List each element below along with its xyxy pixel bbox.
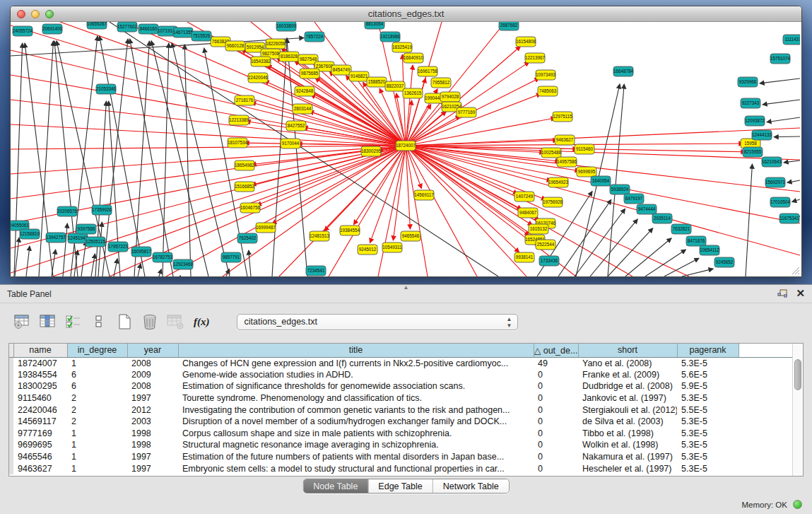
table-cell[interactable]: Estimation of significance thresholds fo… xyxy=(178,380,534,392)
table-row[interactable]: 1830029562008Estimation of significance … xyxy=(9,380,792,392)
table-cell[interactable]: 0 xyxy=(534,428,578,440)
table-cell[interactable]: Stergiakouli et al. (2012) xyxy=(578,404,677,416)
graph-node[interactable]: 10549311 xyxy=(382,243,402,252)
table-cell[interactable]: 1 xyxy=(67,357,127,369)
table-row[interactable]: 969969511998Structural magnetic resonanc… xyxy=(9,439,792,451)
table-cell[interactable]: Hescheler et al. (1997) xyxy=(578,462,677,474)
graph-node[interactable]: 9875685 xyxy=(300,69,319,78)
graph-node[interactable]: 14957586 xyxy=(557,157,577,167)
graph-node[interactable]: 19384554 xyxy=(340,226,360,235)
graph-node[interactable]: 19756928 xyxy=(543,197,563,207)
table-row[interactable]: 911546021997Tourette syndrome. Phenomeno… xyxy=(9,392,792,404)
table-scrollbar[interactable] xyxy=(792,344,803,476)
graph-node[interactable]: 15166852 xyxy=(235,182,255,192)
graph-node[interactable]: 7234541 xyxy=(306,266,326,276)
graph-node[interactable]: 10654112 xyxy=(700,245,719,255)
graph-node[interactable]: 9397588 xyxy=(76,224,96,234)
graph-node[interactable]: 16640910 xyxy=(404,53,424,63)
table-cell[interactable]: 1 xyxy=(67,462,127,474)
graph-node[interactable]: 1733436 xyxy=(539,256,559,266)
table-cell[interactable]: 0 xyxy=(534,451,578,463)
table-source-select[interactable]: citations_edges.txt ▲▼ xyxy=(237,314,518,330)
table-cell[interactable]: 2003 xyxy=(127,416,178,428)
column-header-out_de[interactable]: △ out_de... xyxy=(534,344,578,357)
panel-grip-icon[interactable]: ▲ xyxy=(404,284,409,291)
table-cell[interactable]: 2 xyxy=(67,416,127,428)
graph-node[interactable]: 16046756 xyxy=(240,203,261,213)
graph-node[interactable]: 1640954 xyxy=(591,176,611,186)
table-cell[interactable]: 5.3E-5 xyxy=(677,416,739,428)
table-cell[interactable]: 5.3E-5 xyxy=(677,392,739,404)
graph-node[interactable]: 9474444 xyxy=(637,204,657,214)
import-table-icon[interactable] xyxy=(165,313,185,331)
graph-node[interactable]: 5938924 xyxy=(610,185,630,194)
table-row[interactable]: 2242004622012Investigating the contribut… xyxy=(9,404,792,416)
column-header-pagerank[interactable]: pagerank xyxy=(677,344,739,357)
graph-node[interactable]: 16648784 xyxy=(613,66,634,76)
zoom-window-button[interactable] xyxy=(45,10,54,18)
graph-node[interactable]: 9115460 xyxy=(575,144,594,154)
table-row[interactable]: 946554611997Estimation of the future num… xyxy=(9,451,792,463)
graph-node[interactable]: 20206576 xyxy=(57,206,78,216)
graph-node[interactable]: 15751074 xyxy=(770,54,791,64)
table-cell[interactable]: 1 xyxy=(67,451,127,463)
graph-node[interactable]: 9146821 xyxy=(349,71,369,81)
select-columns-icon[interactable] xyxy=(64,313,83,331)
column-header-title[interactable]: title xyxy=(178,344,534,357)
graph-node[interactable]: 8215955 xyxy=(743,147,763,157)
table-cell[interactable]: 5.6E-5 xyxy=(677,369,739,381)
graph-node[interactable]: 9329966 xyxy=(738,77,758,87)
graph-node[interactable]: 12093872 xyxy=(745,116,765,126)
graph-node[interactable]: 16999487 xyxy=(256,223,276,233)
column-header-short[interactable]: short xyxy=(578,344,677,357)
table-cell[interactable]: Embryonic stem cells: a model to study s… xyxy=(178,462,534,474)
graph-node[interactable]: 1111437 xyxy=(783,35,800,45)
graph-node[interactable]: 19654923 xyxy=(548,177,569,187)
graph-node[interactable]: 15277602 xyxy=(117,22,138,32)
graph-node[interactable]: 7632621 xyxy=(671,224,691,234)
table-cell[interactable]: Jankovic et al. (1997) xyxy=(578,392,677,404)
table-cell[interactable]: 0 xyxy=(534,380,578,392)
graph-node[interactable]: 1615132 xyxy=(529,224,548,234)
graph-node[interactable]: 9777169 xyxy=(457,107,476,117)
table-cell[interactable]: Tibbo et al. (1998) xyxy=(578,428,677,440)
graph-node[interactable]: 9794028 xyxy=(440,92,460,102)
table-cell[interactable]: 0 xyxy=(534,416,578,428)
table-cell[interactable]: 9465546 xyxy=(13,451,67,463)
table-cell[interactable]: 5.3E-5 xyxy=(677,462,739,474)
table-cell[interactable]: 1997 xyxy=(127,451,178,463)
graph-node[interactable]: 11675341 xyxy=(779,214,799,223)
table-cell[interactable]: 49 xyxy=(534,357,578,369)
table-cell[interactable]: 0 xyxy=(534,369,578,381)
table-cell[interactable]: 1997 xyxy=(127,462,178,474)
tab-node-table[interactable]: Node Table xyxy=(303,479,368,493)
graph-node[interactable]: 13942757 xyxy=(46,233,66,243)
graph-node[interactable]: 9699695 xyxy=(577,167,596,177)
table-cell[interactable]: 9699695 xyxy=(13,439,67,451)
graph-node[interactable]: 8822037 xyxy=(385,81,405,91)
table-cell[interactable]: Yano et al. (2008) xyxy=(578,357,677,369)
graph-node[interactable]: 14671355 xyxy=(173,28,194,37)
graph-node[interactable]: 12923468 xyxy=(173,259,194,269)
table-row[interactable]: 1872400712008Changes of HCN gene express… xyxy=(9,357,792,369)
graph-node[interactable]: 2687682 xyxy=(499,22,519,30)
graph-node[interactable]: 2935114 xyxy=(652,214,672,223)
graph-node[interactable]: 9463627 xyxy=(555,135,575,145)
graph-node[interactable]: 8186328 xyxy=(279,52,299,62)
table-cell[interactable]: Structural magnetic resonance image aver… xyxy=(178,439,534,451)
graph-node[interactable]: 12451947 xyxy=(68,233,88,243)
table-row[interactable]: 1456911722003Disruption of a novel membe… xyxy=(9,416,792,428)
graph-node[interactable]: 8427552 xyxy=(286,121,306,131)
table-row[interactable]: 946362711997Embryonic stem cells: a mode… xyxy=(9,462,792,474)
table-cell[interactable]: 2012 xyxy=(127,404,178,416)
table-cell[interactable]: 2008 xyxy=(127,357,178,369)
window-titlebar[interactable]: citations_edges.txt xyxy=(11,6,801,22)
graph-node[interactable]: 16033809 xyxy=(276,22,297,31)
table-cell[interactable]: de Silva et al. (2003) xyxy=(578,416,677,428)
table-cell[interactable]: 2009 xyxy=(127,369,178,381)
table-cell[interactable]: 18724007 xyxy=(13,357,67,369)
table-cell[interactable]: 0 xyxy=(534,404,578,416)
graph-node[interactable]: 9170044 xyxy=(281,139,300,148)
table-cell[interactable]: 1997 xyxy=(127,392,178,404)
graph-node[interactable]: 12505115 xyxy=(86,237,105,247)
